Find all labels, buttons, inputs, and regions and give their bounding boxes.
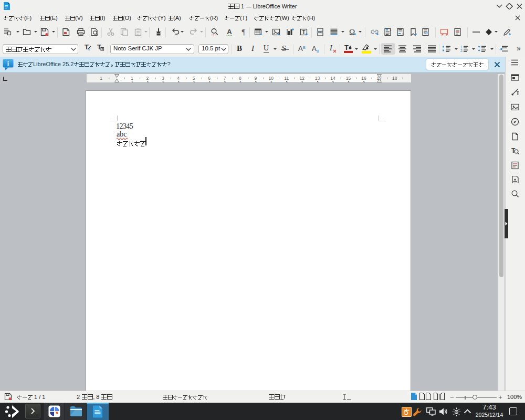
svg-text:6: 6 xyxy=(208,76,211,81)
svg-text:13: 13 xyxy=(315,76,320,81)
svg-text:10: 10 xyxy=(269,76,274,81)
svg-text:1: 1 xyxy=(100,76,102,81)
svg-text:1: 1 xyxy=(390,28,392,32)
svg-text:7: 7 xyxy=(224,76,226,81)
svg-text:11: 11 xyxy=(284,76,289,81)
svg-text:2.: 2. xyxy=(460,49,464,52)
svg-text:Ω: Ω xyxy=(349,28,355,36)
svg-text:T: T xyxy=(85,43,89,51)
svg-text:1: 1 xyxy=(131,76,133,81)
svg-text:T: T xyxy=(302,29,305,35)
svg-text:5: 5 xyxy=(193,76,195,81)
svg-text:4: 4 xyxy=(177,76,180,81)
svg-text:3: 3 xyxy=(162,76,164,81)
svg-text:15: 15 xyxy=(346,76,351,81)
svg-text:A: A xyxy=(227,28,232,36)
svg-text:T: T xyxy=(516,90,519,96)
svg-text:12: 12 xyxy=(299,76,304,81)
svg-text:9: 9 xyxy=(255,76,257,81)
svg-text:16: 16 xyxy=(361,76,366,81)
svg-text:2: 2 xyxy=(146,76,149,81)
svg-text:1.: 1. xyxy=(460,45,464,49)
svg-text:14: 14 xyxy=(330,76,335,81)
svg-text:18: 18 xyxy=(392,76,397,81)
svg-text:1: 1 xyxy=(402,33,404,36)
svg-text:¶: ¶ xyxy=(242,28,246,36)
svg-text:8: 8 xyxy=(239,76,242,81)
